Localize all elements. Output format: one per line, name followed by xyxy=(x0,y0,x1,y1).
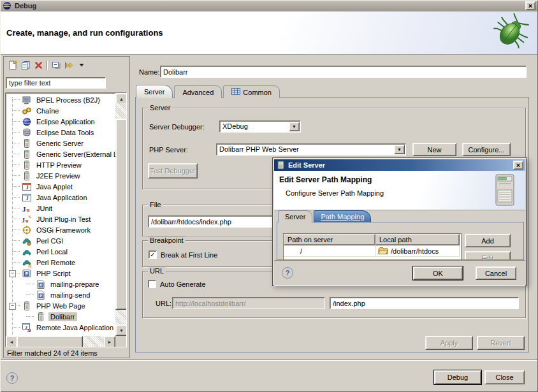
new-configuration-button[interactable] xyxy=(6,59,19,71)
tree-item-perl-remote[interactable]: RPerl Remote xyxy=(6,257,115,268)
tree-item-mailing-send[interactable]: Pmailing-send xyxy=(6,289,115,300)
column-header-path-on-server[interactable]: Path on server xyxy=(284,234,375,245)
dialog-title: Edit Server xyxy=(288,161,325,169)
duplicate-configuration-button[interactable] xyxy=(19,59,32,71)
tree-item-label: J2EE Preview xyxy=(34,171,82,180)
camel-gear-icon xyxy=(22,236,32,246)
tree-item-remote-java-application[interactable]: JRemote Java Application xyxy=(6,322,115,333)
dialog-tab-server[interactable]: Server xyxy=(278,210,312,222)
tab-server[interactable]: Server xyxy=(136,85,173,98)
filter-input[interactable] xyxy=(6,77,106,89)
tree-item-php-script[interactable]: −PPHP Script xyxy=(6,268,115,279)
tree-hscrollbar[interactable]: ◄ ► xyxy=(6,336,115,347)
name-input[interactable] xyxy=(160,66,527,78)
break-first-line-label: Break at First Line xyxy=(161,251,217,259)
auto-generate-checkbox[interactable] xyxy=(148,280,156,288)
test-debugger-button[interactable]: Test Debugger xyxy=(148,163,198,178)
local-path-text: /dolibarr/htdocs xyxy=(391,247,439,255)
svg-text:u: u xyxy=(25,217,29,224)
apply-button[interactable]: Apply xyxy=(425,336,473,350)
tree-item-label: BPEL Process (B2J) xyxy=(34,96,102,105)
tree-item-label: Eclipse Data Tools xyxy=(34,128,96,137)
tree-item-label: Java Applet xyxy=(34,182,75,191)
table-icon xyxy=(231,88,240,96)
scroll-down-icon[interactable]: ▼ xyxy=(115,324,127,336)
tree-item-osgi-framework[interactable]: OSGi Framework xyxy=(6,224,115,235)
tree-item-http-preview[interactable]: HTTP Preview xyxy=(6,159,115,170)
revert-button[interactable]: Revert xyxy=(477,336,525,350)
dialog-titlebar: Edit Server × xyxy=(274,159,525,171)
tree-item-java-application[interactable]: JJava Application xyxy=(6,192,115,203)
tree-item-label: PHP Web Page xyxy=(34,301,87,310)
tree-item-label: mailing-prepare xyxy=(48,280,101,289)
path-mapping-panel: Path on server Local path //dolibarr/htd… xyxy=(277,222,524,260)
url-path-input[interactable] xyxy=(330,297,519,309)
php-server-select[interactable]: Dolibarr PHP Web Server ▼ xyxy=(216,143,406,156)
database-icon xyxy=(22,127,32,138)
filter-menu-arrow[interactable] xyxy=(75,59,88,71)
binoculars-icon xyxy=(22,106,32,116)
cell-path-on-server[interactable]: / xyxy=(284,245,375,257)
ok-button[interactable]: OK xyxy=(413,266,463,280)
tree-item-j2ee-preview[interactable]: J2EE Preview xyxy=(6,170,115,181)
cell-local-path[interactable]: /dolibarr/htdocs xyxy=(375,245,460,257)
tree-item-junit[interactable]: JuJUnit xyxy=(6,203,115,214)
column-header-local-path[interactable]: Local path xyxy=(375,234,460,245)
close-window-button[interactable]: × xyxy=(525,1,535,10)
close-button[interactable]: Close xyxy=(484,370,525,384)
dialog-tab-path-mapping[interactable]: Path Mapping xyxy=(314,210,371,222)
tree-item-junit-plug-in-test[interactable]: JuJUnit Plug-in Test xyxy=(6,214,115,224)
tree-item-perl-cgi[interactable]: Perl CGI xyxy=(6,235,115,246)
break-first-line-checkbox[interactable]: ✓ xyxy=(149,250,157,259)
tree-expander-minus-icon[interactable]: − xyxy=(9,303,16,310)
tree-item-label: OSGi Framework xyxy=(34,226,92,235)
debug-button[interactable]: Debug xyxy=(434,370,481,384)
tree-item-label: mailing-send xyxy=(48,291,92,300)
server-icon xyxy=(22,171,32,181)
tree-item-eclipse-application[interactable]: Eclipse Application xyxy=(6,116,115,127)
tree-expander-minus-icon[interactable]: − xyxy=(9,270,16,277)
help-icon[interactable]: ? xyxy=(6,372,18,384)
tree-item-php-web-page[interactable]: −PHP Web Page xyxy=(6,300,115,311)
tab-advanced[interactable]: Advanced xyxy=(174,85,222,98)
configure-server-button[interactable]: Configure... xyxy=(462,143,511,156)
sidebar-toolbar xyxy=(6,59,88,71)
new-server-button[interactable]: New xyxy=(412,143,456,156)
vscroll-thumb[interactable] xyxy=(115,119,127,310)
add-mapping-button[interactable]: Add xyxy=(465,234,511,247)
tree-item-label: Perl Local xyxy=(34,247,69,256)
tree-item-label: Java Application xyxy=(34,193,89,202)
collapse-all-button[interactable] xyxy=(50,59,62,71)
tab-common[interactable]: Common xyxy=(223,85,280,98)
edit-mapping-button[interactable]: Edit xyxy=(465,251,511,260)
server-debugger-select[interactable]: XDebug ▼ xyxy=(219,120,301,133)
tree-item-dolibarr[interactable]: Dolibarr xyxy=(6,311,115,322)
php-script-icon: P xyxy=(22,268,32,279)
delete-configuration-button[interactable] xyxy=(32,59,45,71)
auto-generate-label: Auto Generate xyxy=(160,280,206,288)
tree-item-eclipse-data-tools[interactable]: Eclipse Data Tools xyxy=(6,127,115,138)
cancel-button[interactable]: Cancel xyxy=(476,266,516,280)
chevron-down-icon[interactable]: ▼ xyxy=(289,122,300,131)
tree-item-cha-ne[interactable]: Chaîne xyxy=(6,105,115,116)
window-title: Debug xyxy=(15,2,36,10)
scroll-right-icon[interactable]: ► xyxy=(104,336,115,347)
tree-item-bpel-process-b2j-[interactable]: BPEL Process (B2J) xyxy=(6,94,115,105)
dialog-close-icon[interactable]: × xyxy=(513,161,523,170)
tree-item-mailing-prepare[interactable]: Pmailing-prepare xyxy=(6,279,115,289)
tree-item-generic-server[interactable]: Generic Server xyxy=(6,138,115,149)
dialog-help-icon[interactable]: ? xyxy=(282,267,293,279)
tree-item-generic-server-external-la[interactable]: Generic Server(External La xyxy=(6,149,115,159)
tree-item-java-applet[interactable]: JJava Applet xyxy=(6,181,115,192)
server-mini-icon xyxy=(275,160,286,170)
tree-item-label: PHP Script xyxy=(34,269,73,278)
filter-configurations-button[interactable] xyxy=(62,59,75,71)
tree-item-label: Eclipse Application xyxy=(34,117,97,126)
url-label: URL: xyxy=(156,300,171,307)
tree-vscrollbar[interactable]: ▲ ▼ xyxy=(115,93,126,336)
tree-item-perl-local[interactable]: Perl Local xyxy=(6,246,115,257)
svg-text:J: J xyxy=(22,205,26,212)
chevron-down-icon[interactable]: ▼ xyxy=(394,145,405,154)
server-icon xyxy=(22,149,32,159)
hscroll-thumb[interactable] xyxy=(17,336,83,347)
